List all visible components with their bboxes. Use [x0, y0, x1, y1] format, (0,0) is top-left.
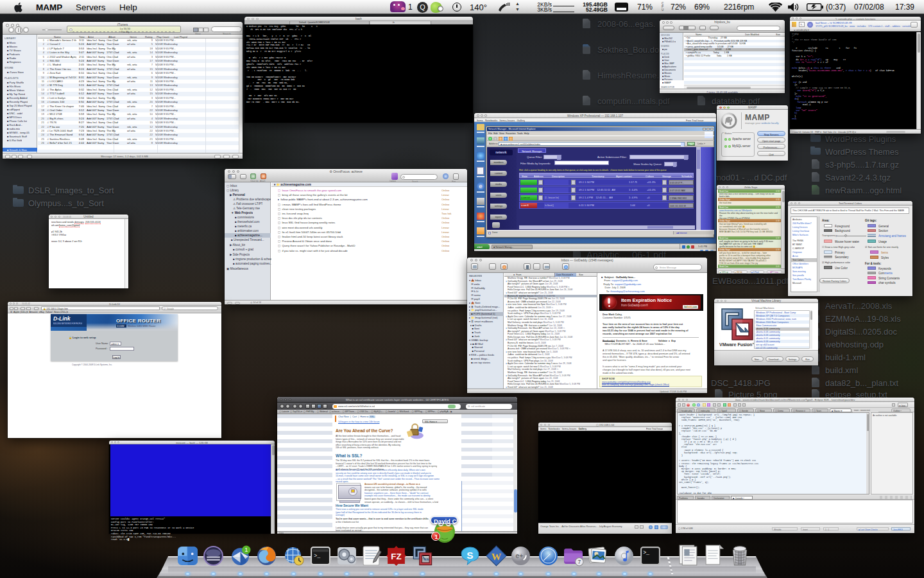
svg-text:>_: >_ — [643, 550, 649, 556]
svg-text:W: W — [492, 551, 502, 562]
svg-text:>_: >_ — [314, 553, 320, 559]
svg-text:1: 1 — [244, 547, 248, 553]
svg-text:e+: e+ — [516, 552, 524, 559]
svg-text:7: 7 — [578, 559, 581, 565]
svg-text:S: S — [466, 550, 473, 561]
svg-text:FZ: FZ — [391, 552, 401, 561]
